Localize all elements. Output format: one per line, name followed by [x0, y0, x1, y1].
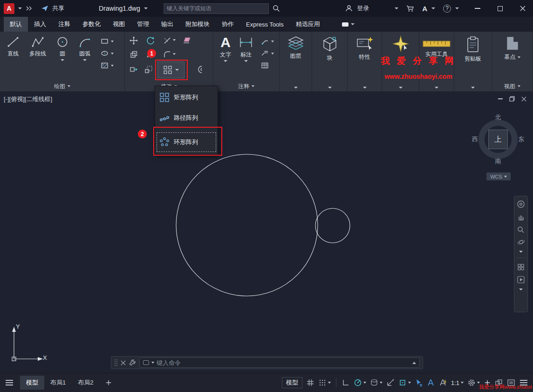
minimize-button[interactable]	[475, 8, 480, 9]
layers-panel-caret-icon[interactable]	[294, 87, 298, 89]
pan-hand-icon[interactable]	[517, 213, 525, 221]
command-prompt-icon[interactable]	[143, 360, 149, 365]
expand-toolbar-icon[interactable]	[26, 6, 33, 11]
layout-tab-布局2[interactable]: 布局2	[72, 376, 99, 390]
block-panel-caret-icon[interactable]	[328, 87, 332, 89]
leader-caret-icon[interactable]	[271, 41, 274, 42]
viewport-minimize-icon[interactable]	[498, 98, 503, 99]
scale-caret-icon[interactable]	[461, 382, 464, 384]
properties-panel-caret-icon[interactable]	[363, 87, 367, 89]
autodesk-app-icon[interactable]: A	[422, 5, 427, 13]
autoscale-icon[interactable]	[439, 378, 447, 387]
arc-caret-icon[interactable]	[83, 59, 87, 61]
command-input[interactable]	[157, 359, 410, 366]
model-space-toggle[interactable]: 模型	[282, 377, 302, 388]
utilities-panel-caret-icon[interactable]	[435, 87, 438, 89]
navbar-cube-icon[interactable]	[517, 263, 525, 271]
panel-utilities[interactable]: 实用工具	[419, 32, 454, 91]
multileader-caret-icon[interactable]	[271, 53, 274, 55]
ribbon-tab-附加模块[interactable]: 附加模块	[179, 17, 216, 32]
panel-block[interactable]: 块	[312, 32, 348, 91]
search-input[interactable]	[167, 5, 266, 12]
selection-cycling-icon[interactable]	[415, 378, 423, 387]
circle-caret-icon[interactable]	[61, 59, 64, 61]
help-icon[interactable]: ?	[443, 5, 451, 13]
plus-icon[interactable]	[484, 379, 491, 386]
command-recent-caret-icon[interactable]	[151, 362, 154, 364]
annotation-scale-control[interactable]: 1:1	[451, 379, 464, 386]
workspace-switching[interactable]	[467, 378, 480, 387]
ribbon-tab-注释[interactable]: 注释	[52, 17, 76, 32]
new-layout-button[interactable]	[105, 379, 112, 386]
clean-screen-icon[interactable]	[507, 379, 515, 386]
navbar-play-icon[interactable]	[517, 276, 525, 283]
panel-group[interactable]	[382, 32, 419, 91]
menu-item-path-array[interactable]: 路径阵列	[155, 108, 218, 128]
panel-label-draw[interactable]: 绘图	[0, 83, 124, 90]
ribbon-tab-参数化[interactable]: 参数化	[76, 17, 107, 32]
dimension-caret-icon[interactable]	[244, 60, 248, 62]
move-icon[interactable]	[130, 36, 138, 45]
customization-icon[interactable]	[519, 379, 528, 386]
scale-icon[interactable]	[144, 65, 153, 74]
viewcube[interactable]: 上 北 南 西 东	[472, 114, 524, 165]
table-tool[interactable]	[261, 62, 274, 69]
login-label[interactable]: 登录	[357, 4, 369, 13]
stretch-icon[interactable]	[130, 65, 138, 74]
quick-access-caret-icon[interactable]	[18, 7, 22, 9]
polar-tracking-toggle[interactable]	[354, 378, 366, 387]
search-icon[interactable]	[273, 5, 280, 12]
polar-caret-icon[interactable]	[363, 382, 366, 384]
otrack-toggle-icon[interactable]	[386, 378, 395, 387]
navbar-more-caret-icon[interactable]	[519, 251, 523, 253]
snap-toggle[interactable]	[318, 378, 331, 387]
navbar-bottom-caret-icon[interactable]	[519, 289, 523, 290]
leader-tool[interactable]	[261, 37, 274, 45]
orbit-icon[interactable]	[517, 239, 525, 246]
offset-icon[interactable]	[196, 65, 204, 74]
hatch-caret-icon[interactable]	[111, 65, 114, 67]
share-label[interactable]: 共享	[52, 4, 64, 13]
ribbon-tab-默认[interactable]: 默认	[4, 17, 28, 32]
maximize-button[interactable]	[498, 6, 503, 11]
viewcube-west[interactable]: 西	[472, 135, 478, 144]
ellipse-tool[interactable]	[101, 49, 114, 57]
command-wrench-icon[interactable]	[129, 359, 136, 366]
panel-properties[interactable]: 特性	[348, 32, 382, 91]
autocad-logo[interactable]: A	[4, 3, 14, 14]
multileader-tool[interactable]	[261, 49, 274, 57]
panel-label-view[interactable]: 视图	[492, 83, 533, 90]
isodraft-toggle[interactable]	[370, 378, 383, 387]
grid-toggle-icon[interactable]	[306, 378, 314, 387]
login-caret-icon[interactable]	[395, 7, 398, 9]
layout-menu-icon[interactable]	[5, 379, 14, 386]
ribbon-tab-管理[interactable]: 管理	[131, 17, 155, 32]
snap-caret-icon[interactable]	[328, 382, 331, 384]
share-icon[interactable]	[41, 5, 48, 12]
wcs-badge[interactable]: WCS	[486, 172, 511, 180]
viewcube-east[interactable]: 东	[518, 135, 524, 144]
layout-tab-布局1[interactable]: 布局1	[44, 376, 72, 390]
panel-label-annotate[interactable]: 注释	[213, 83, 279, 90]
document-caret-icon[interactable]	[144, 7, 148, 9]
fillet-icon[interactable]	[163, 50, 171, 59]
user-icon[interactable]	[345, 5, 353, 12]
ribbon-tab-插入[interactable]: 插入	[28, 17, 52, 32]
navigation-wheel-icon[interactable]	[517, 200, 525, 208]
zoom-icon[interactable]	[517, 226, 525, 234]
command-history-icon[interactable]	[412, 362, 416, 364]
base-icon[interactable]	[505, 35, 520, 51]
help-caret-icon[interactable]	[455, 7, 459, 9]
copy-icon[interactable]	[130, 50, 138, 59]
ribbon-tab-协作[interactable]: 协作	[216, 17, 240, 32]
viewcube-north[interactable]: 北	[495, 113, 501, 122]
panel-clipboard[interactable]: 剪贴板	[454, 32, 492, 91]
panel-layers[interactable]: 图层	[280, 32, 312, 91]
ribbon-tab-输出[interactable]: 输出	[155, 17, 179, 32]
viewport-restore-icon[interactable]	[509, 96, 515, 102]
rectangle-tool[interactable]	[101, 37, 114, 45]
ribbon-display-toggle[interactable]	[342, 17, 355, 32]
fillet-caret-icon[interactable]	[173, 53, 176, 55]
viewport-close-icon[interactable]	[521, 96, 526, 102]
trim-caret-icon[interactable]	[173, 39, 176, 41]
